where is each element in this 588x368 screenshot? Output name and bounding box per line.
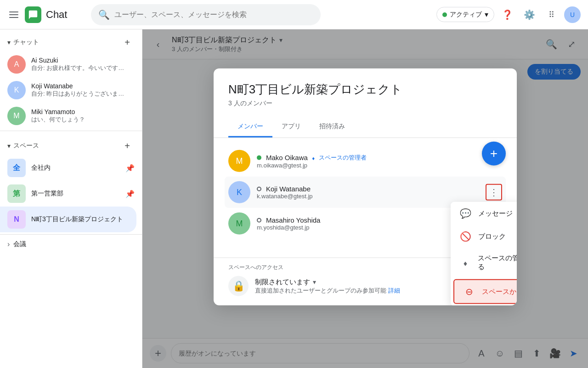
sidebar-item-zensha[interactable]: 全 全社内 📌 bbox=[0, 155, 142, 181]
space-icon-zensha: 全 bbox=[7, 159, 26, 177]
sidebar-item-ai-suzuki[interactable]: A Ai Suzuki 自分: お疲れ様です。今いいですか？ bbox=[0, 52, 136, 77]
modal-body: + M Mako Oikawa ⬧ スペースの管理者 m.oikawa@gtes… bbox=[214, 138, 517, 258]
search-icon: 🔍 bbox=[98, 9, 110, 20]
sidebar-text: 全社内 bbox=[31, 164, 120, 172]
message-icon: 💬 bbox=[460, 208, 471, 219]
sidebar-item-meetings[interactable]: › 会議 bbox=[0, 236, 142, 252]
member-info-mako: Mako Oikawa ⬧ スペースの管理者 m.oikawa@gtest.jp bbox=[257, 153, 502, 168]
member-name-koji: Koji Watanabe bbox=[257, 185, 479, 193]
sidebar-name: Miki Yamamoto bbox=[31, 108, 129, 115]
sidebar-preview: 自分: 昨日はありがとうございました... bbox=[31, 90, 129, 98]
modal-members-count: 3 人のメンバー bbox=[228, 99, 502, 108]
avatar[interactable]: U bbox=[564, 6, 581, 23]
lock-icon: 🔒 bbox=[228, 276, 249, 296]
sidebar-divider bbox=[0, 234, 142, 235]
topbar-right: アクティブ ▾ ❓ ⚙️ ⠿ U bbox=[436, 6, 581, 24]
apps-button[interactable]: ⠿ bbox=[542, 6, 560, 24]
chevron-down-icon: ▾ bbox=[313, 278, 316, 286]
avatar-masahiro: M bbox=[228, 213, 250, 235]
avatar-koji-watanabe: K bbox=[7, 81, 26, 99]
access-desc: 直接追加されたユーザーとグループのみ参加可能 詳細 bbox=[255, 286, 400, 294]
help-icon: ❓ bbox=[502, 9, 513, 20]
member-info-koji: Koji Watanabe k.watanabe@gtest.jp bbox=[257, 185, 479, 200]
sidebar-item-koji-watanabe[interactable]: K Koji Watanabe 自分: 昨日はありがとうございました... bbox=[0, 77, 136, 103]
avatar-miki-yamamoto: M bbox=[7, 107, 26, 125]
app-title: Chat bbox=[46, 9, 67, 21]
status-button[interactable]: アクティブ ▾ bbox=[436, 7, 494, 22]
sidebar-text: Miki Yamamoto はい、何でしょう？ bbox=[31, 108, 129, 124]
pin-icon: 📌 bbox=[125, 190, 135, 198]
modal: N町3丁目ビル新築プロジェクト 3 人のメンバー メンバー アプリ 招待済み +… bbox=[214, 69, 517, 305]
remove-icon: ⊖ bbox=[464, 286, 475, 297]
context-menu-message[interactable]: 💬 メッセージ bbox=[451, 202, 517, 225]
modal-header: N町3丁目ビル新築プロジェクト 3 人のメンバー bbox=[214, 69, 517, 108]
member-row-koji: K Koji Watanabe k.watanabe@gtest.jp ⋮ 💬 bbox=[225, 177, 506, 208]
tab-invited[interactable]: 招待済み bbox=[310, 117, 354, 138]
avatar-mako: M bbox=[228, 150, 250, 172]
content-area: ‹ N町3丁目ビル新築プロジェクト ▾ 3 人のメンバー・制限付き 🔍 ⤢ を割… bbox=[142, 29, 588, 368]
chats-section-title[interactable]: ▾ チャット bbox=[7, 38, 39, 46]
status-online-icon bbox=[257, 155, 261, 160]
admin-badge: スペースの管理者 bbox=[319, 153, 367, 161]
admin-diamond-icon: ⬧ bbox=[311, 154, 315, 161]
settings-button[interactable]: ⚙️ bbox=[520, 6, 538, 24]
sidebar-text: 第一営業部 bbox=[31, 190, 120, 198]
sidebar-text: Koji Watanabe 自分: 昨日はありがとうございました... bbox=[31, 82, 129, 98]
member-email-koji: k.watanabe@gtest.jp bbox=[257, 193, 479, 200]
sidebar-preview: 自分: お疲れ様です。今いいですか？ bbox=[31, 64, 129, 72]
tab-members[interactable]: メンバー bbox=[228, 117, 272, 138]
topbar: Chat 🔍 アクティブ ▾ ❓ ⚙️ ⠿ U bbox=[0, 0, 588, 29]
sidebar-item-daiichi[interactable]: 第 第一営業部 📌 bbox=[0, 181, 142, 207]
sidebar-text: N町3丁目ビル新築プロジェクト bbox=[31, 215, 129, 224]
sidebar: ▾ チャット + A Ai Suzuki 自分: お疲れ様です。今いいですか？ … bbox=[0, 29, 142, 368]
status-away-icon bbox=[257, 218, 261, 222]
avatar-koji: K bbox=[228, 181, 250, 203]
sidebar-item-n-cho[interactable]: N N町3丁目ビル新築プロジェクト bbox=[0, 207, 136, 232]
context-menu: 💬 メッセージ 🚫 ブロック ⬧ スペースの管理者にする ⊖ bbox=[451, 202, 517, 305]
help-button[interactable]: ❓ bbox=[498, 6, 516, 24]
context-menu-remove[interactable]: ⊖ スペースから削除 bbox=[453, 279, 517, 304]
context-menu-block[interactable]: 🚫 ブロック bbox=[451, 225, 517, 248]
space-icon-daiichi: 第 bbox=[7, 184, 26, 203]
add-chat-button[interactable]: + bbox=[120, 35, 135, 50]
member-name-mako: Mako Oikawa ⬧ スペースの管理者 bbox=[257, 153, 502, 161]
status-dot bbox=[442, 12, 447, 17]
access-title: 制限されています ▾ bbox=[255, 277, 400, 286]
member-row-mako: M Mako Oikawa ⬧ スペースの管理者 m.oikawa@gtest.… bbox=[228, 145, 502, 177]
main-layout: ▾ チャット + A Ai Suzuki 自分: お疲れ様です。今いいですか？ … bbox=[0, 29, 588, 368]
member-email-mako: m.oikawa@gtest.jp bbox=[257, 161, 502, 168]
status-away-icon bbox=[257, 186, 261, 191]
topbar-left: Chat bbox=[7, 6, 67, 23]
member-menu-button-koji[interactable]: ⋮ bbox=[486, 184, 502, 201]
block-icon: 🚫 bbox=[460, 231, 471, 242]
pin-icon: 📌 bbox=[125, 164, 135, 172]
access-info: 制限されています ▾ 直接追加されたユーザーとグループのみ参加可能 詳細 bbox=[255, 277, 400, 294]
sidebar-text: Ai Suzuki 自分: お疲れ様です。今いいですか？ bbox=[31, 57, 129, 72]
grid-icon: ⠿ bbox=[548, 10, 554, 20]
sidebar-divider bbox=[0, 131, 142, 131]
space-icon-n-cho: N bbox=[7, 210, 26, 229]
chevron-down-icon: ▾ bbox=[7, 142, 11, 150]
modal-tabs: メンバー アプリ 招待済み bbox=[214, 117, 517, 138]
spaces-section-header: ▾ スペース + bbox=[0, 133, 142, 155]
sidebar-name: Koji Watanabe bbox=[31, 82, 129, 90]
spaces-section-title[interactable]: ▾ スペース bbox=[7, 142, 39, 150]
access-details-link[interactable]: 詳細 bbox=[388, 287, 400, 293]
sidebar-name: Ai Suzuki bbox=[31, 57, 129, 64]
sidebar-preview: はい、何でしょう？ bbox=[31, 115, 129, 124]
chevron-down-icon: ▾ bbox=[485, 10, 488, 19]
add-space-button[interactable]: + bbox=[120, 138, 135, 153]
tab-apps[interactable]: アプリ bbox=[272, 117, 310, 138]
search-input[interactable] bbox=[114, 11, 313, 19]
modal-title: N町3丁目ビル新築プロジェクト bbox=[228, 81, 502, 98]
chevron-right-icon: › bbox=[7, 240, 10, 248]
context-menu-make-admin[interactable]: ⬧ スペースの管理者にする bbox=[451, 248, 517, 277]
search-bar[interactable]: 🔍 bbox=[91, 4, 321, 25]
status-label: アクティブ bbox=[450, 11, 482, 19]
hamburger-icon[interactable] bbox=[7, 10, 20, 20]
chats-section-header: ▾ チャット + bbox=[0, 29, 142, 52]
app-logo bbox=[25, 6, 41, 23]
sidebar-item-miki-yamamoto[interactable]: M Miki Yamamoto はい、何でしょう？ bbox=[0, 103, 136, 129]
chevron-down-icon: ▾ bbox=[7, 39, 11, 46]
diamond-icon: ⬧ bbox=[460, 257, 470, 268]
